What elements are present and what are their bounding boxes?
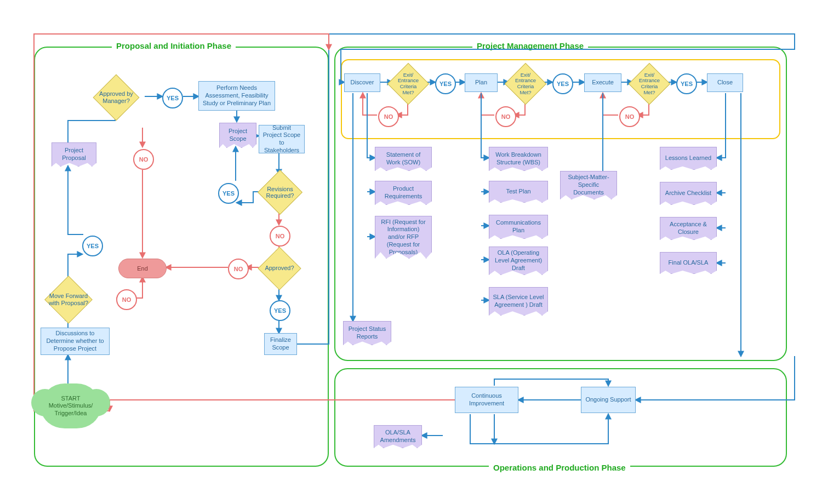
continuous-improvement-box: Continuous Improvement — [455, 387, 518, 413]
ola-sla-amendments-doc: OLA/SLA Amendments — [374, 425, 422, 448]
yes-circle: YES — [435, 73, 456, 94]
phase-title-proposal: Proposal and Initiation Phase — [112, 41, 236, 50]
finalize-scope-box: Finalize Scope — [264, 333, 297, 355]
product-req-doc: Product Requirements — [375, 181, 432, 205]
yes-circle: YES — [162, 88, 183, 108]
rfi-rfp-doc: RFI (Request for Information) and/or RFP… — [375, 216, 432, 259]
end-terminator: End — [118, 259, 167, 278]
no-circle: NO — [116, 289, 137, 310]
no-circle: NO — [378, 106, 399, 127]
move-forward-decision: Move Forward with Proposal? — [44, 276, 93, 324]
subject-matter-doc: Subject-Matter- Specific Documents — [560, 171, 617, 199]
phase-ops: Operations and Production Phase — [334, 368, 787, 467]
no-circle: NO — [133, 149, 154, 170]
yes-circle: YES — [82, 236, 103, 256]
archive-checklist-doc: Archive Checklist — [660, 182, 717, 205]
perform-needs-box: Perform Needs Assessment, Feasibility St… — [198, 81, 275, 111]
yes-circle: YES — [552, 73, 573, 94]
yes-circle: YES — [270, 300, 290, 321]
no-circle: NO — [228, 259, 249, 279]
project-proposal-doc: Project Proposal — [52, 142, 96, 167]
close-box: Close — [707, 73, 743, 92]
project-scope-doc: Project Scope — [219, 123, 256, 148]
discussions-box: Discussions to Determine whether to Prop… — [41, 328, 110, 355]
submit-scope-box: Submit Project Scope to Stakeholders — [259, 125, 305, 153]
project-status-doc: Project Status Reports — [343, 321, 391, 345]
ola-draft-doc: OLA (Operating Level Agreement) Draft — [489, 247, 548, 275]
revisions-required-decision: Revisions Required? — [258, 170, 302, 215]
sow-doc: Statement of Work (SOW) — [375, 147, 432, 171]
exit-criteria-1: Exit/ Entrance Criteria Met? — [387, 63, 429, 105]
approved-decision: Approved? — [258, 247, 301, 290]
exit-criteria-3: Exit/ Entrance Criteria Met? — [629, 63, 670, 105]
execute-box: Execute — [584, 73, 621, 92]
start-cloud: START Motive/Stimulus/ Trigger/Idea — [41, 383, 100, 428]
phase-title-pm: Project Management Phase — [472, 41, 588, 50]
no-circle: NO — [495, 106, 516, 127]
phase-title-ops: Operations and Production Phase — [489, 463, 630, 472]
diagram-stage: Proposal and Initiation Phase Project Ma… — [0, 0, 822, 504]
lessons-learned-doc: Lessons Learned — [660, 147, 717, 170]
approved-by-manager-decision: Approved by Manager? — [93, 75, 140, 121]
sla-draft-doc: SLA (Service Level Agreement ) Draft — [489, 287, 548, 316]
plan-box: Plan — [465, 73, 498, 92]
ongoing-support-box: Ongoing Support — [581, 387, 636, 413]
wbs-doc: Work Breakdown Structure (WBS) — [489, 147, 548, 171]
final-ola-sla-doc: Final OLA/SLA — [660, 252, 717, 274]
no-circle: NO — [270, 226, 290, 247]
exit-criteria-2: Exit/ Entrance Criteria Met? — [505, 63, 546, 105]
yes-circle: YES — [676, 73, 697, 94]
communications-plan-doc: Communications Plan — [489, 215, 548, 239]
acceptance-closure-doc: Acceptance & Closure — [660, 217, 717, 240]
no-circle: NO — [619, 106, 640, 127]
test-plan-doc: Test Plan — [489, 181, 548, 203]
discover-box: Discover — [344, 73, 380, 92]
yes-circle: YES — [218, 183, 239, 204]
